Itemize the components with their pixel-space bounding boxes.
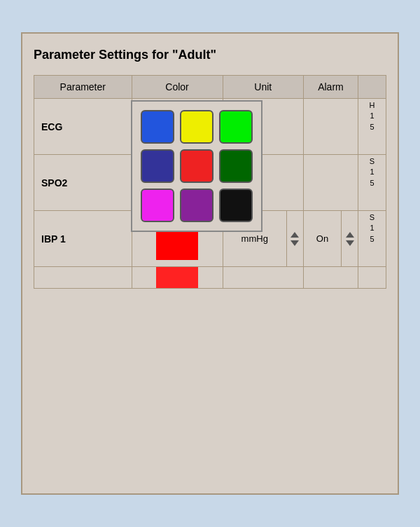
header-unit: Unit [223,76,303,99]
ibp1-unit-text: mmHg [241,233,268,244]
color-picker-popup [131,100,262,232]
header-parameter: Parameter [34,76,132,99]
color-option-black[interactable] [219,189,253,222]
arrow-down-icon [346,240,354,246]
ecg-param-label: ECG [34,99,132,155]
spo2-alarm-cell [303,155,358,211]
partial-right-col [358,267,386,289]
color-option-red[interactable] [180,149,214,183]
spo2-right-col: S15 [358,155,386,211]
partial-color-swatch [156,267,198,288]
color-option-purple[interactable] [180,189,214,222]
ecg-alarm-cell [303,99,358,155]
color-option-magenta[interactable] [141,189,174,222]
partial-unit-cell [223,267,303,289]
partial-alarm-cell [303,267,358,289]
header-color: Color [132,76,223,99]
arrow-up-icon [290,232,299,238]
color-option-yellow[interactable] [180,110,214,144]
color-option-darkgreen[interactable] [219,149,253,183]
ibp1-alarm-wrapper: On [308,233,337,244]
main-panel: Parameter Settings for "Adult" Parameter… [21,32,399,495]
partial-color-cell [132,267,223,289]
table-row [34,267,386,289]
partial-param-label [34,267,132,289]
header-extra [358,76,386,99]
page-title: Parameter Settings for "Adult" [34,48,386,62]
ibp1-unit-wrapper: mmHg [227,233,282,244]
header-alarm: Alarm [303,76,358,99]
ibp1-param-label: IBP 1 [34,211,132,267]
color-option-blue[interactable] [141,110,174,144]
color-option-green[interactable] [219,110,253,144]
arrow-up-icon [346,232,354,238]
ibp1-right-col: S15 [358,211,386,267]
ibp1-alarm-text: On [316,233,328,244]
spo2-param-label: SPO2 [34,155,132,211]
arrow-down-icon [290,240,299,246]
ibp1-unit-stepper[interactable] [286,211,303,267]
ecg-right-col: H15 [358,99,386,155]
ibp1-unit-stepper-btn[interactable] [288,231,302,247]
ibp1-alarm-stepper[interactable] [342,211,358,267]
ibp1-alarm-stepper-btn[interactable] [343,231,356,247]
color-option-darkblue[interactable] [141,149,174,183]
ibp1-alarm-cell: On [303,211,341,267]
